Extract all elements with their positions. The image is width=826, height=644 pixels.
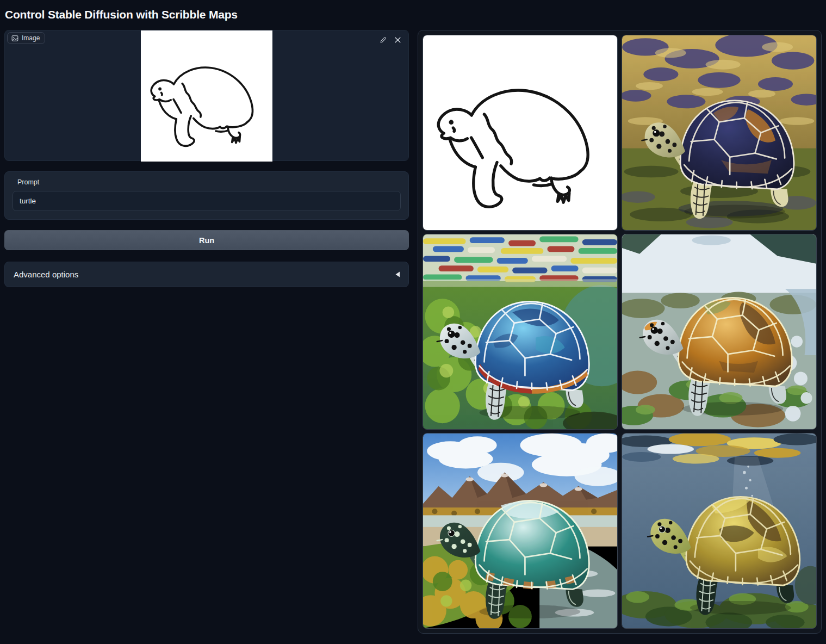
image-input-label: Image xyxy=(7,32,45,44)
main-layout: Image xyxy=(4,30,822,634)
pencil-icon xyxy=(380,36,387,44)
prompt-block: Prompt xyxy=(4,171,409,220)
input-column: Image xyxy=(4,30,409,287)
image-toolbar xyxy=(380,36,401,44)
image-icon xyxy=(11,35,18,42)
advanced-options-label: Advanced options xyxy=(14,270,78,279)
clear-button[interactable] xyxy=(394,36,401,44)
image-input[interactable]: Image xyxy=(4,30,409,161)
gallery-item-underwater-gold[interactable] xyxy=(622,433,817,629)
gallery-item-mountain-lake[interactable] xyxy=(423,433,618,629)
app-page: Control Stable Diffusion with Scribble M… xyxy=(0,0,826,634)
run-button[interactable]: Run xyxy=(4,230,409,250)
advanced-options-accordion[interactable]: Advanced options xyxy=(4,262,409,287)
output-column xyxy=(418,30,822,634)
x-icon xyxy=(394,36,401,44)
prompt-label: Prompt xyxy=(17,178,401,186)
gallery-item-artistic-blue[interactable] xyxy=(423,234,618,430)
gallery-item-scribble[interactable] xyxy=(423,35,618,231)
image-input-label-text: Image xyxy=(22,34,40,42)
page-title: Control Stable Diffusion with Scribble M… xyxy=(5,8,822,21)
prompt-input[interactable] xyxy=(13,191,401,211)
triangle-left-icon xyxy=(395,271,400,277)
scribble-canvas[interactable] xyxy=(141,30,272,162)
gallery-item-photo-golden-water[interactable] xyxy=(622,35,817,231)
edit-button[interactable] xyxy=(380,36,387,44)
gallery-item-rocks-stream[interactable] xyxy=(622,234,817,430)
output-gallery xyxy=(418,30,822,634)
